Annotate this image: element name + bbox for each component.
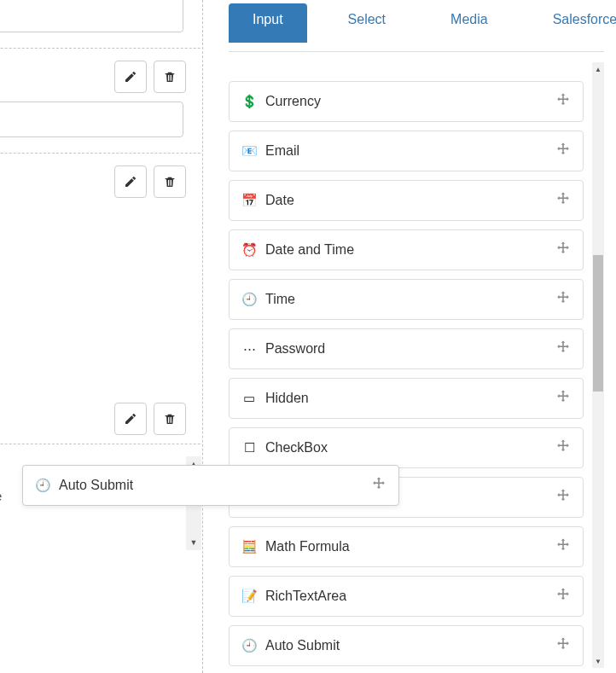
- tab-bar: Input Select Media Salesforce: [229, 3, 604, 43]
- dragging-label: Auto Submit: [59, 478, 133, 493]
- password-icon: ⋯: [241, 341, 257, 357]
- palette-item-label: Date: [265, 193, 294, 208]
- datetime-icon: ⏰: [241, 242, 257, 258]
- text-input-1[interactable]: [0, 0, 183, 32]
- move-icon[interactable]: [555, 488, 571, 507]
- scroll-down-icon[interactable]: ▼: [592, 654, 604, 668]
- auto-submit-icon: 🕘: [241, 638, 257, 653]
- divider: [0, 153, 203, 154]
- divider: [0, 48, 203, 49]
- date-icon: 📅: [241, 193, 257, 208]
- palette-item-password[interactable]: ⋯Password: [229, 328, 584, 369]
- move-icon[interactable]: [555, 389, 571, 408]
- edit-button[interactable]: [114, 61, 147, 93]
- palette-item-checkbox[interactable]: ☐CheckBox: [229, 427, 584, 468]
- palette-item-date[interactable]: 📅Date: [229, 180, 584, 221]
- move-icon[interactable]: [555, 92, 571, 111]
- palette-list: 💲Currency 📧Email 📅Date ⏰Date and Time 🕘T…: [229, 61, 587, 666]
- hidden-icon: ▭: [241, 391, 257, 406]
- edit-button[interactable]: [114, 165, 147, 198]
- auto-submit-icon: 🕘: [35, 478, 50, 493]
- move-icon[interactable]: [555, 587, 571, 606]
- palette-item-label: Time: [265, 292, 295, 307]
- textarea-text: e: [0, 489, 2, 503]
- move-icon[interactable]: [555, 636, 571, 655]
- move-icon[interactable]: [555, 191, 571, 210]
- palette-item-label: CheckBox: [265, 440, 328, 455]
- tab-input[interactable]: Input: [229, 3, 307, 43]
- palette-item-label: Currency: [265, 94, 321, 109]
- palette-item-email[interactable]: 📧Email: [229, 131, 584, 171]
- move-icon[interactable]: [555, 438, 571, 457]
- edit-button[interactable]: [114, 403, 147, 435]
- time-icon: 🕘: [241, 292, 257, 307]
- palette-item-label: Auto Submit: [265, 638, 340, 653]
- move-icon[interactable]: [555, 339, 571, 358]
- palette-item-currency[interactable]: 💲Currency: [229, 81, 584, 122]
- canvas-field-2[interactable]: [0, 102, 201, 137]
- palette-item-auto-submit[interactable]: 🕘Auto Submit: [229, 625, 584, 666]
- email-icon: 📧: [241, 143, 257, 159]
- clipped-text: a re s: [0, 232, 201, 305]
- canvas-field-1[interactable]: [0, 0, 201, 32]
- line: re: [0, 257, 201, 281]
- pencil-icon: [124, 175, 137, 189]
- palette-scrollbar[interactable]: ▲ ▼: [592, 62, 604, 668]
- palette-item-label: Math Formula: [265, 539, 350, 554]
- trash-icon: [163, 70, 177, 84]
- tab-salesforce[interactable]: Salesforce: [529, 3, 616, 43]
- form-canvas-fragment: a re s e ▲ ▼: [0, 0, 203, 673]
- palette-item-richtextarea[interactable]: 📝RichTextArea: [229, 576, 584, 617]
- palette-item-label: RichTextArea: [265, 589, 346, 604]
- scroll-up-icon[interactable]: ▲: [592, 62, 604, 76]
- currency-icon: 💲: [241, 94, 257, 109]
- trash-icon: [163, 175, 177, 189]
- tab-media[interactable]: Media: [427, 3, 512, 43]
- text-input-2[interactable]: [0, 102, 183, 137]
- scroll-thumb[interactable]: [593, 255, 603, 392]
- palette-item-label: Password: [265, 341, 325, 357]
- delete-button[interactable]: [154, 165, 186, 198]
- trash-icon: [163, 412, 177, 426]
- move-icon[interactable]: [555, 537, 571, 556]
- line: s: [0, 281, 201, 306]
- tab-select[interactable]: Select: [324, 3, 410, 43]
- palette-item-hidden[interactable]: ▭Hidden: [229, 378, 584, 419]
- math-icon: 🧮: [241, 539, 257, 554]
- delete-button[interactable]: [154, 61, 186, 93]
- move-icon[interactable]: [555, 241, 571, 259]
- palette-item-label: Hidden: [265, 391, 309, 406]
- divider: [0, 444, 203, 444]
- field-palette-panel: Input Select Media Salesforce 💲Currency …: [203, 0, 616, 673]
- palette-item-datetime[interactable]: ⏰Date and Time: [229, 229, 584, 270]
- pencil-icon: [124, 412, 137, 426]
- checkbox-icon: ☐: [241, 440, 257, 455]
- scroll-down-icon[interactable]: ▼: [186, 535, 201, 550]
- palette-item-math-formula[interactable]: 🧮Math Formula: [229, 526, 584, 567]
- move-icon[interactable]: [555, 290, 571, 309]
- pencil-icon: [124, 70, 137, 84]
- palette-item-time[interactable]: 🕘Time: [229, 279, 584, 320]
- palette-item-label: Date and Time: [265, 242, 354, 258]
- move-icon[interactable]: [555, 142, 571, 160]
- move-icon[interactable]: [371, 476, 386, 495]
- richtext-icon: 📝: [241, 589, 257, 604]
- delete-button[interactable]: [154, 403, 186, 435]
- dragging-item-auto-submit[interactable]: 🕘 Auto Submit: [22, 465, 399, 506]
- line: a: [0, 232, 201, 257]
- palette-item-label: Email: [265, 143, 299, 159]
